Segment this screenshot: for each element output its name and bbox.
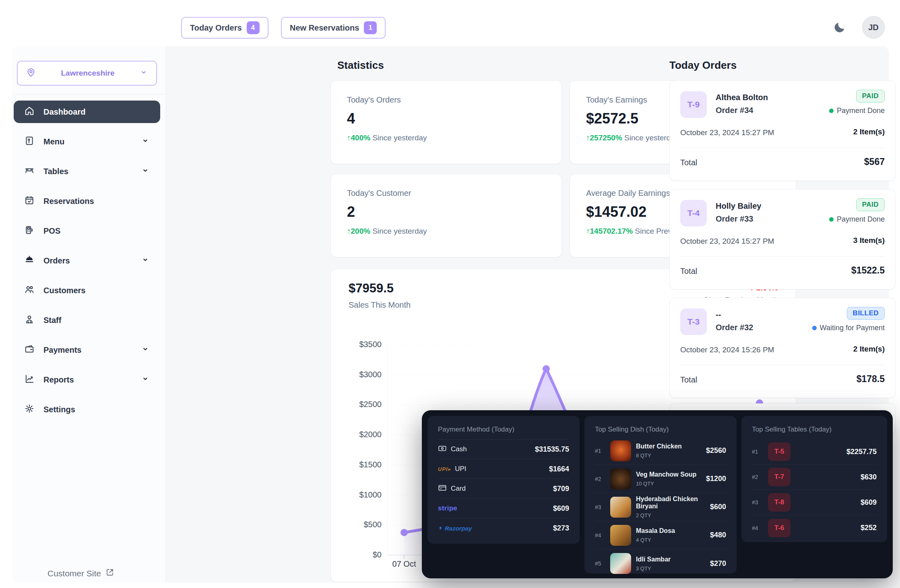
payment-row: UPI▸UPI $1664 — [438, 459, 569, 479]
order-card[interactable]: T-3 -- Order #32 BILLED Waiting for Paym… — [669, 298, 896, 398]
stripe-logo-icon: stripe — [438, 504, 457, 512]
y-tick: $1500 — [337, 460, 382, 469]
order-card[interactable]: T-9 Althea Bolton Order #34 PAID Payment… — [669, 80, 896, 181]
stat-card-todays-customer: Today's Customer 2 ↑200% Since yesterday — [330, 174, 562, 257]
chevron-down-icon — [141, 136, 150, 147]
location-selector[interactable]: Lawrenceshire — [17, 61, 157, 86]
order-card[interactable]: T-4 Holly Bailey Order #33 PAID Payment … — [669, 189, 896, 290]
table-value: $2257.75 — [846, 448, 877, 456]
table-badge: T-8 — [768, 493, 791, 512]
payment-row: stripe $609 — [438, 498, 569, 518]
dish-name: Veg Manchow Soup — [636, 471, 701, 478]
divider — [680, 148, 885, 148]
sidebar-item-label: Orders — [43, 256, 132, 265]
status-badge: PAID — [856, 198, 885, 211]
chevron-down-icon — [141, 374, 150, 385]
sidebar-item-label: POS — [43, 226, 150, 236]
dish-row: #2 Veg Manchow Soup10 QTY $1200 — [595, 465, 726, 493]
rank-label: #3 — [752, 499, 762, 506]
dish-row: #1 Butter Chicken8 QTY $2560 — [595, 437, 726, 465]
sidebar-item-tables[interactable]: Tables — [14, 160, 160, 183]
cash-icon — [438, 444, 447, 455]
customer-site-label: Customer Site — [47, 569, 101, 578]
report-chart-icon — [24, 374, 35, 386]
table-value: $609 — [861, 498, 877, 507]
payment-method-panel: Payment Method (Today) Cash $31535.75 UP… — [427, 416, 580, 544]
y-tick: $3000 — [337, 370, 382, 379]
sidebar-item-reservations[interactable]: Reservations — [14, 190, 160, 212]
stat-card-todays-orders: Today's Orders 4 ↑400% Since yesterday — [330, 80, 562, 164]
dish-image — [610, 525, 631, 546]
sidebar-item-settings[interactable]: Settings — [14, 398, 160, 421]
stat-delta-note: Since yesterday — [372, 227, 427, 235]
total-label: Total — [680, 375, 697, 384]
table-icon — [24, 165, 35, 178]
order-items-count: 2 Item(s) — [853, 127, 885, 136]
chevron-down-icon — [141, 345, 150, 356]
sidebar-item-staff[interactable]: Staff — [14, 309, 160, 331]
status-dot — [829, 109, 834, 113]
payment-status: Payment Done — [829, 215, 885, 224]
table-value: $630 — [861, 473, 877, 481]
dish-value: $1200 — [706, 475, 726, 483]
order-number: Order #33 — [716, 214, 753, 224]
stat-label: Today's Orders — [347, 95, 545, 105]
sidebar-item-label: Reservations — [43, 197, 150, 206]
dish-image — [610, 469, 631, 489]
dark-mode-toggle[interactable] — [831, 19, 848, 37]
arrow-up-icon: ↑ — [347, 227, 351, 235]
panel-title: Top Selling Tables (Today) — [752, 426, 877, 434]
sidebar-item-orders[interactable]: Orders — [14, 249, 160, 272]
y-tick: $2000 — [337, 430, 382, 439]
dish-qty: 2 QTY — [636, 512, 705, 518]
order-datetime: October 23, 2024 15:26 PM — [680, 345, 774, 354]
user-avatar[interactable]: JD — [862, 16, 885, 39]
payment-status: Waiting for Payment — [812, 324, 885, 332]
payment-method-label: Card — [451, 485, 466, 493]
sidebar-divider — [12, 94, 166, 95]
payment-status: Payment Done — [829, 107, 885, 115]
customer-name: Althea Bolton — [716, 93, 768, 102]
menu-book-icon — [24, 136, 35, 148]
pos-terminal-icon — [24, 225, 35, 237]
payment-row: Card $709 — [438, 479, 569, 498]
wallet-icon — [24, 344, 35, 356]
x-tick: 07 Oct — [392, 559, 416, 569]
avatar-initials: JD — [868, 23, 879, 32]
dish-value: $2560 — [706, 446, 726, 455]
divider — [680, 365, 885, 365]
table-badge: T-7 — [768, 468, 791, 486]
chevron-down-icon — [139, 68, 148, 78]
order-number: Order #34 — [716, 106, 753, 115]
location-label: Lawrenceshire — [36, 69, 139, 78]
table-badge: T-6 — [768, 519, 791, 537]
sidebar-item-pos[interactable]: POS — [14, 220, 160, 242]
gear-icon — [24, 403, 35, 416]
dish-name: Idli Sambar — [636, 556, 705, 563]
dish-qty: 8 QTY — [636, 452, 701, 458]
new-reservations-label: New Reservations — [290, 23, 359, 33]
arrow-up-icon: ↑ — [347, 134, 351, 142]
rank-label: #2 — [752, 474, 762, 480]
customer-site-link[interactable]: Customer Site — [47, 567, 115, 579]
sidebar-item-dashboard[interactable]: Dashboard — [14, 101, 160, 123]
sidebar-item-payments[interactable]: Payments — [14, 339, 160, 361]
sidebar-item-customers[interactable]: Customers — [14, 279, 160, 302]
table-badge: T-9 — [680, 91, 707, 118]
status-dot — [829, 217, 834, 222]
credit-card-icon — [438, 483, 447, 494]
today-orders-button[interactable]: Today Orders 4 — [181, 17, 268, 39]
today-orders-label: Today Orders — [190, 23, 242, 33]
table-value: $252 — [861, 524, 877, 532]
table-badge: T-5 — [768, 442, 791, 461]
new-reservations-count-badge: 1 — [364, 21, 377, 34]
sales-subtitle: Sales This Month — [349, 300, 411, 310]
dish-image — [610, 497, 631, 518]
chevron-down-icon — [141, 166, 150, 177]
sidebar-item-menu[interactable]: Menu — [14, 130, 160, 153]
new-reservations-button[interactable]: New Reservations 1 — [281, 17, 386, 39]
sidebar-item-reports[interactable]: Reports — [14, 368, 160, 391]
dish-qty: 10 QTY — [636, 481, 701, 487]
statistics-title: Statistics — [337, 59, 384, 72]
upi-logo-icon: UPI▸ — [438, 466, 451, 472]
